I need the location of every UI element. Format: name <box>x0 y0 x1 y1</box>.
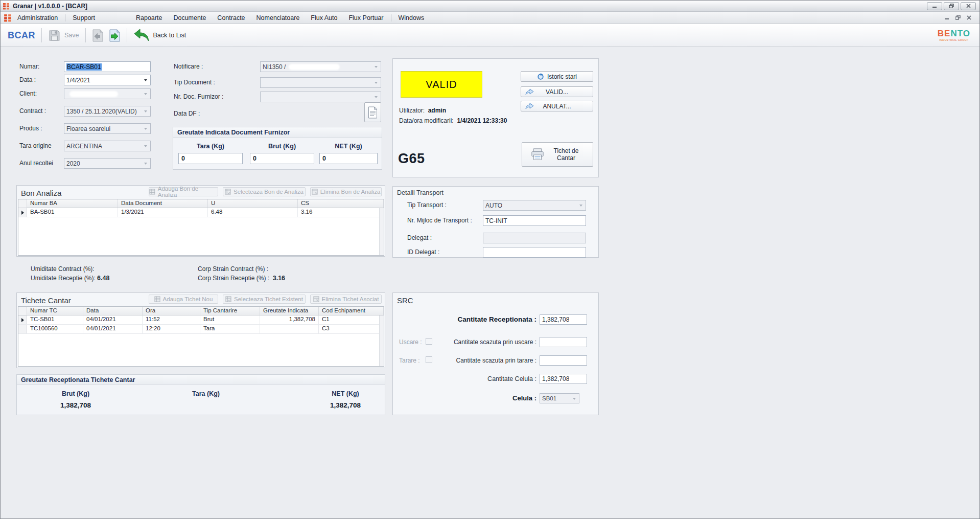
net-kg-total-header: NET (Kg) <box>307 390 384 397</box>
cantitate-receptionata-label: Cantitate Receptionata : <box>393 315 536 323</box>
tarare-checkbox[interactable] <box>426 356 432 363</box>
mdi-close-icon[interactable] <box>967 15 971 20</box>
row-selector-cell <box>18 208 27 217</box>
celula-label: Celula : <box>393 394 536 402</box>
menu-support[interactable]: Support <box>67 14 101 21</box>
column-header[interactable]: Ora <box>143 307 200 315</box>
brut-kg-input[interactable]: 0 <box>250 153 314 164</box>
page-title: BCAR <box>8 30 35 41</box>
select-grid-icon <box>225 189 231 195</box>
row-selector-cell <box>18 325 27 333</box>
document-view-button[interactable] <box>364 102 381 122</box>
restore-button[interactable] <box>944 2 959 10</box>
cantitate-receptionata-input[interactable]: 1,382,708 <box>540 314 587 325</box>
save-button[interactable]: Save <box>48 29 79 42</box>
column-header[interactable]: Numar TC <box>27 307 83 315</box>
cantitate-celula-input[interactable]: 1,382,708 <box>540 374 587 384</box>
minimize-button[interactable] <box>927 2 942 10</box>
corp-strain-contract-line: Corp Strain Contract (%) : <box>198 265 268 273</box>
column-header[interactable]: Greutate Indicata <box>260 307 319 315</box>
corp-strain-receptie-line: Corp Strain Receptie (%) : 3.16 <box>198 275 285 282</box>
next-record-button[interactable] <box>109 29 121 42</box>
redacted-text <box>289 64 340 70</box>
mdi-restore-icon[interactable] <box>955 15 961 20</box>
modificare-line: Data/ora modificarii: 1/4/2021 12:33:30 <box>399 117 507 124</box>
produs-label: Produs : <box>19 125 42 132</box>
modificare-value: 1/4/2021 12:33:30 <box>457 117 507 124</box>
add-grid-icon <box>149 189 155 195</box>
table-row[interactable]: BA-SB01 1/3/2021 6.48 3.16 <box>18 208 384 217</box>
chevron-down-icon <box>375 66 378 68</box>
column-header[interactable]: CS <box>298 199 384 208</box>
id-delegat-input[interactable] <box>483 247 586 258</box>
elimina-bon-button[interactable]: Elimina Bon de Analiza <box>310 187 382 196</box>
anulat-button[interactable]: ANULAT... <box>521 101 593 111</box>
net-kg-input[interactable]: 0 <box>319 153 378 164</box>
menu-rapoarte[interactable]: Rapoarte <box>130 14 168 21</box>
uscare-label: Uscare : <box>399 339 422 346</box>
column-header[interactable]: Numar BA <box>27 199 118 208</box>
back-to-list-button[interactable]: Back to List <box>133 29 186 42</box>
save-label: Save <box>64 32 79 39</box>
uscare-checkbox[interactable] <box>426 338 432 345</box>
greutate-receptionata-group: Greutate Receptionata Tichete Cantar Bru… <box>16 374 385 415</box>
istoric-stari-button[interactable]: Istoric stari <box>521 71 593 82</box>
save-floppy-icon <box>48 29 61 42</box>
status-panel: VALID Istoric stari VALID... ANULAT... <box>392 58 599 177</box>
next-arrow-icon <box>109 29 121 42</box>
close-button[interactable] <box>961 2 976 10</box>
menu-separator <box>65 14 65 21</box>
column-header[interactable]: U <box>208 199 298 208</box>
numar-input[interactable]: BCAR-SB01 <box>64 61 151 72</box>
column-header[interactable]: Data Document <box>118 199 208 208</box>
tichet-de-cantar-button[interactable]: Tichet de Cantar <box>522 142 593 167</box>
produs-combo: Floarea soarelui <box>64 123 151 134</box>
menu-flux-portuar[interactable]: Flux Portuar <box>343 14 389 21</box>
chevron-down-icon <box>144 110 147 112</box>
menu-administration[interactable]: Administration <box>12 14 63 21</box>
valid-button[interactable]: VALID... <box>521 86 593 97</box>
menu-nomenclatoare[interactable]: Nomenclatoare <box>251 14 306 21</box>
column-header[interactable]: Tip Cantarire <box>200 307 260 315</box>
greutate-indicata-title: Greutate Indicata Document Furnizor <box>173 127 382 138</box>
mdi-minimize-icon[interactable] <box>945 15 949 20</box>
data-combo[interactable]: 1/4/2021 <box>64 75 151 85</box>
table-scrollbar[interactable] <box>379 208 384 255</box>
column-header[interactable]: Cod Echipament <box>319 307 384 315</box>
tichete-cantar-table: Numar TC Data Ora Tip Cantarire Greutate… <box>18 306 384 367</box>
anul-recoltei-combo: 2020 <box>64 158 151 169</box>
nr-mijloc-input[interactable]: TC-INIT <box>483 215 586 226</box>
menu-contracte[interactable]: Contracte <box>212 14 250 21</box>
table-row[interactable]: TC100560 04/01/2021 12:20 Tara C3 <box>18 325 384 334</box>
selecteaza-bon-button[interactable]: Selecteaza Bon de Analiza <box>223 187 306 196</box>
previous-record-button[interactable] <box>92 29 104 42</box>
selecteaza-tichet-button[interactable]: Selecteaza Tichet Existent <box>223 295 306 304</box>
cantitate-uscare-input[interactable] <box>540 337 587 347</box>
net-kg-header: NET (Kg) <box>319 143 378 150</box>
brand-name: BENTO <box>938 30 970 37</box>
menu-documente[interactable]: Documente <box>168 14 212 21</box>
row-selector-header <box>18 199 27 208</box>
table-scrollbar[interactable] <box>379 315 384 366</box>
menu-flux-auto[interactable]: Flux Auto <box>305 14 343 21</box>
cantitate-tarare-input[interactable] <box>540 355 587 366</box>
elimina-tichet-button[interactable]: Elimina Tichet Asociat <box>310 295 382 304</box>
table-row[interactable]: TC-SB01 04/01/2021 11:52 Brut 1,382,708 … <box>18 315 384 325</box>
column-header[interactable]: Data <box>83 307 143 315</box>
tara-kg-input[interactable]: 0 <box>178 153 243 164</box>
delegat-input <box>483 233 586 243</box>
greutate-indicata-group: Greutate Indicata Document Furnizor Tara… <box>173 127 382 170</box>
adauga-tichet-button[interactable]: Adauga Tichet Nou <box>149 295 218 304</box>
adauga-bon-button[interactable]: Adauga Bon de Analiza <box>149 187 218 196</box>
row-selector-cell <box>18 315 27 324</box>
cantitate-celula-label: Cantitate Celula : <box>393 375 536 382</box>
menu-windows[interactable]: Windows <box>393 14 430 21</box>
tip-document-label: Tip Document : <box>174 79 215 86</box>
chevron-down-icon <box>579 205 582 207</box>
remove-grid-icon <box>313 296 319 302</box>
client-combo <box>64 88 151 99</box>
nr-doc-furnizor-combo <box>260 92 381 102</box>
toolbar-separator <box>127 28 127 42</box>
cantitate-uscare-label: Cantitate scazuta prin uscare : <box>439 339 536 346</box>
tara-kg-total-header: Tara (Kg) <box>168 390 244 397</box>
